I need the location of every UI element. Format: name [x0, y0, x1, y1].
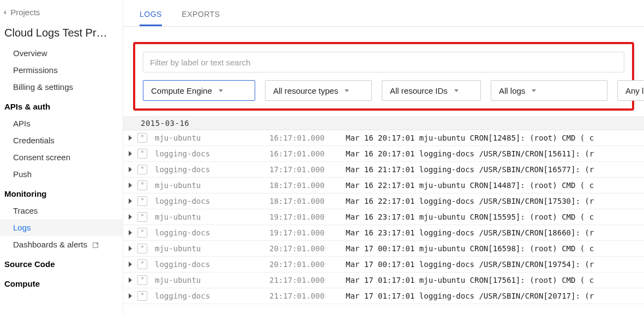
- severity-badge: *: [137, 165, 147, 174]
- dropdown-log-name[interactable]: All logs: [491, 80, 607, 101]
- log-row[interactable]: *mju-ubuntu18:17:01.000Mar 16 22:17:01 m…: [123, 178, 644, 193]
- sidebar-header-apis: APIs & auth: [0, 95, 123, 115]
- log-local-time: 20:17:01.000: [269, 260, 346, 269]
- sidebar-item-permissions[interactable]: Permissions: [0, 62, 123, 78]
- log-source: mju-ubuntu: [155, 276, 269, 284]
- log-message: Mar 17 00:17:01 logging-docs /USR/SBIN/C…: [346, 260, 644, 269]
- sidebar-header-source: Source Code: [0, 253, 123, 272]
- dropdown-service[interactable]: Compute Engine: [143, 80, 255, 101]
- log-message: Mar 17 00:17:01 mju-ubuntu CRON[16598]: …: [346, 244, 644, 253]
- projects-back-label: Projects: [10, 8, 40, 17]
- tabs: LOGS EXPORTS: [123, 0, 644, 27]
- external-link-icon: [93, 243, 98, 248]
- log-message: Mar 16 20:17:01 mju-ubuntu CRON[12485]: …: [346, 134, 644, 142]
- dropdown-resource-id[interactable]: All resource IDs: [382, 80, 481, 101]
- tab-exports[interactable]: EXPORTS: [182, 10, 220, 26]
- sidebar-item-credentials[interactable]: Credentials: [0, 132, 123, 149]
- log-local-time: 16:17:01.000: [269, 149, 346, 158]
- sidebar-item-push[interactable]: Push: [0, 166, 123, 183]
- chevron-down-icon: [454, 89, 459, 92]
- expand-icon[interactable]: [129, 167, 132, 172]
- dropdown-label: Compute Engine: [151, 86, 212, 95]
- sidebar-item-dashboards[interactable]: Dashboards & alerts: [0, 236, 123, 253]
- log-row[interactable]: *mju-ubuntu21:17:01.000Mar 17 01:17:01 m…: [123, 272, 644, 288]
- severity-badge: *: [137, 149, 147, 159]
- log-message: Mar 16 23:17:01 logging-docs /USR/SBIN/C…: [346, 228, 644, 237]
- expand-icon[interactable]: [129, 230, 132, 235]
- main-pane: LOGS EXPORTS Compute Engine All resource…: [123, 0, 644, 315]
- log-local-time: 17:17:01.000: [269, 165, 346, 174]
- log-source: logging-docs: [155, 292, 269, 300]
- expand-icon[interactable]: [129, 277, 132, 283]
- log-local-time: 21:17:01.000: [269, 276, 346, 284]
- log-source: mju-ubuntu: [155, 134, 269, 142]
- log-row[interactable]: *mju-ubuntu20:17:01.000Mar 17 00:17:01 m…: [123, 241, 644, 257]
- severity-badge: *: [137, 212, 147, 222]
- severity-badge: *: [137, 275, 147, 285]
- sidebar-item-apis[interactable]: APIs: [0, 115, 123, 132]
- severity-badge: *: [137, 196, 147, 206]
- log-local-time: 20:17:01.000: [269, 244, 346, 253]
- log-row[interactable]: *logging-docs18:17:01.000Mar 16 22:17:01…: [123, 193, 644, 209]
- projects-back-link[interactable]: Projects: [0, 2, 123, 27]
- log-message: Mar 16 22:17:01 mju-ubuntu CRON[14487]: …: [346, 181, 644, 190]
- log-row[interactable]: *logging-docs21:17:01.000Mar 17 01:17:01…: [123, 288, 644, 304]
- expand-icon[interactable]: [129, 262, 132, 267]
- expand-icon[interactable]: [129, 246, 132, 251]
- sidebar-item-logs[interactable]: Logs: [0, 219, 123, 236]
- severity-badge: *: [137, 244, 147, 253]
- log-row[interactable]: *mju-ubuntu16:17:01.000Mar 16 20:17:01 m…: [123, 130, 644, 146]
- chevron-left-icon: [3, 10, 6, 15]
- log-source: logging-docs: [155, 228, 269, 237]
- chevron-down-icon: [532, 89, 536, 92]
- log-table: 2015-03-16 *mju-ubuntu16:17:01.000Mar 16…: [123, 116, 644, 315]
- log-message: Mar 16 21:17:01 logging-docs /USR/SBIN/C…: [346, 165, 644, 174]
- filter-text-input[interactable]: [143, 52, 624, 72]
- chevron-down-icon: [345, 89, 349, 92]
- expand-icon[interactable]: [129, 198, 132, 204]
- log-message: Mar 16 22:17:01 logging-docs /USR/SBIN/C…: [346, 197, 644, 205]
- severity-badge: *: [137, 291, 147, 301]
- log-row[interactable]: *logging-docs16:17:01.000Mar 16 20:17:01…: [123, 146, 644, 162]
- log-source: mju-ubuntu: [155, 213, 269, 221]
- log-row[interactable]: *logging-docs20:17:01.000Mar 17 00:17:01…: [123, 257, 644, 272]
- log-row[interactable]: *logging-docs17:17:01.000Mar 16 21:17:01…: [123, 162, 644, 178]
- expand-icon[interactable]: [129, 151, 132, 156]
- sidebar-item-consent[interactable]: Consent screen: [0, 149, 123, 166]
- expand-icon[interactable]: [129, 214, 132, 220]
- log-message: Mar 17 01:17:01 mju-ubuntu CRON[17561]: …: [346, 276, 644, 284]
- dropdown-resource-type[interactable]: All resource types: [265, 80, 372, 101]
- log-source: logging-docs: [155, 197, 269, 205]
- project-title: Cloud Logs Test Pr…: [0, 27, 123, 45]
- severity-badge: *: [137, 180, 147, 190]
- expand-icon[interactable]: [129, 293, 132, 299]
- sidebar-item-billing[interactable]: Billing & settings: [0, 78, 123, 95]
- log-source: logging-docs: [155, 149, 269, 158]
- sidebar-header-compute: Compute: [0, 272, 123, 292]
- dropdown-log-level[interactable]: Any log level: [617, 80, 644, 101]
- log-local-time: 19:17:01.000: [269, 228, 346, 237]
- dropdown-label: Any log level: [625, 86, 644, 95]
- log-local-time: 21:17:01.000: [269, 292, 346, 300]
- sidebar-item-label: Dashboards & alerts: [13, 240, 87, 249]
- log-source: mju-ubuntu: [155, 244, 269, 253]
- tab-logs[interactable]: LOGS: [140, 10, 162, 26]
- filter-panel: Compute Engine All resource types All re…: [133, 42, 634, 111]
- log-row[interactable]: *logging-docs19:17:01.000Mar 16 23:17:01…: [123, 225, 644, 241]
- chevron-down-icon: [219, 89, 223, 92]
- expand-icon[interactable]: [129, 135, 132, 141]
- log-date-header: 2015-03-16: [123, 117, 644, 130]
- log-local-time: 18:17:01.000: [269, 197, 346, 205]
- severity-badge: *: [137, 259, 147, 269]
- expand-icon[interactable]: [129, 183, 132, 188]
- log-local-time: 16:17:01.000: [269, 134, 346, 142]
- log-local-time: 18:17:01.000: [269, 181, 346, 190]
- severity-badge: *: [137, 133, 147, 143]
- sidebar-item-traces[interactable]: Traces: [0, 202, 123, 219]
- log-row[interactable]: *mju-ubuntu19:17:01.000Mar 16 23:17:01 m…: [123, 209, 644, 225]
- sidebar-item-overview[interactable]: Overview: [0, 45, 123, 62]
- log-message: Mar 17 01:17:01 logging-docs /USR/SBIN/C…: [346, 292, 644, 300]
- log-message: Mar 16 20:17:01 logging-docs /USR/SBIN/C…: [346, 149, 644, 158]
- sidebar-header-monitoring: Monitoring: [0, 183, 123, 202]
- log-source: mju-ubuntu: [155, 181, 269, 190]
